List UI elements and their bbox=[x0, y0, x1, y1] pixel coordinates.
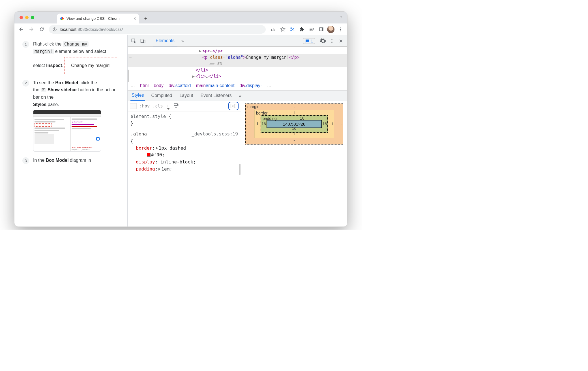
share-icon bbox=[271, 27, 276, 32]
tab-styles[interactable]: Styles bbox=[130, 90, 145, 101]
browser-toolbar: localhost:8080/docs/devtools/css/ bbox=[14, 23, 347, 35]
favicon-icon bbox=[60, 16, 64, 21]
close-window-button[interactable] bbox=[20, 16, 23, 19]
style-rule[interactable]: .aloha _devtools.scss:19 { border:1px da… bbox=[128, 129, 241, 174]
toolbar-actions bbox=[269, 25, 345, 34]
box-model-border[interactable]: border 1 1 1 1 padding 16 16 16 16 bbox=[254, 110, 334, 138]
tab-elements[interactable]: Elements bbox=[153, 35, 177, 46]
breadcrumb-item[interactable]: html bbox=[140, 83, 149, 88]
step-1: 1 Right-click the Change my margin! elem… bbox=[22, 40, 122, 74]
box-model-margin[interactable]: margin - - - - border 1 1 1 1 padding bbox=[245, 103, 343, 144]
new-style-rule-button[interactable]: + bbox=[166, 103, 169, 109]
reload-button[interactable] bbox=[37, 25, 46, 34]
svg-point-18 bbox=[332, 42, 332, 43]
selected-dom-node[interactable]: ⋯ <p class="aloha">Change my margin!</p>… bbox=[128, 54, 347, 67]
tab-strip: View and change CSS - Chrom × ＋ bbox=[14, 12, 347, 23]
vertical-dots-icon bbox=[329, 38, 334, 44]
svg-rect-20 bbox=[175, 107, 176, 108]
cut-button[interactable] bbox=[288, 25, 297, 34]
devtools-panel: Elements » 1 ▶<p>…</p> ⋯ <p class="aloha… bbox=[128, 35, 347, 227]
breadcrumb-item[interactable]: main#main-content bbox=[196, 83, 235, 88]
svg-rect-12 bbox=[44, 89, 45, 91]
tab-computed[interactable]: Computed bbox=[150, 90, 173, 101]
media-button[interactable] bbox=[307, 25, 316, 34]
device-icon bbox=[140, 38, 146, 44]
style-rule[interactable]: element.style { } bbox=[128, 111, 241, 129]
dom-tree[interactable]: ▶<p>…</p> ⋯ <p class="aloha">Change my m… bbox=[128, 47, 347, 81]
browser-tab[interactable]: View and change CSS - Chrom × bbox=[57, 14, 139, 23]
styles-rules-pane: :hov .cls + element.style { } bbox=[128, 101, 241, 227]
svg-point-10 bbox=[340, 30, 341, 31]
new-tab-button[interactable]: ＋ bbox=[142, 14, 150, 22]
back-button[interactable] bbox=[17, 25, 26, 34]
forward-button[interactable] bbox=[27, 25, 36, 34]
content-area: 1 Right-click the Change my margin! elem… bbox=[14, 35, 347, 227]
inspect-icon bbox=[131, 38, 137, 44]
music-note-icon bbox=[309, 27, 314, 32]
show-sidebar-icon bbox=[42, 88, 46, 91]
minimize-window-button[interactable] bbox=[25, 16, 29, 19]
close-icon bbox=[339, 39, 343, 43]
rendering-button[interactable] bbox=[173, 103, 179, 109]
profile-button[interactable] bbox=[326, 25, 335, 34]
breadcrumb-item[interactable]: div.scaffold bbox=[169, 83, 191, 88]
bookmark-button[interactable] bbox=[278, 25, 287, 34]
maximize-window-button[interactable] bbox=[31, 16, 34, 19]
color-swatch[interactable] bbox=[147, 153, 151, 157]
inspect-element-button[interactable] bbox=[130, 37, 138, 45]
message-icon bbox=[305, 39, 310, 43]
step-text: To see the Box Model, click the the Show… bbox=[33, 79, 122, 152]
breadcrumb-item[interactable]: div.display- bbox=[240, 83, 262, 88]
url-text: localhost:8080/docs/devtools/css/ bbox=[60, 27, 123, 32]
menu-button[interactable] bbox=[336, 25, 345, 34]
window-controls bbox=[17, 16, 34, 19]
paint-icon bbox=[173, 103, 179, 109]
issues-button[interactable]: 1 bbox=[303, 38, 315, 44]
sidepanel-button[interactable] bbox=[317, 25, 326, 34]
settings-button[interactable] bbox=[319, 37, 327, 45]
step-number: 1 bbox=[22, 41, 29, 48]
more-menu-button[interactable] bbox=[328, 37, 336, 45]
device-toolbar-button[interactable] bbox=[139, 37, 147, 45]
styles-tabbar: Styles Computed Layout Event Listeners » bbox=[128, 90, 347, 101]
breadcrumb-item[interactable]: body bbox=[154, 83, 164, 88]
close-tab-button[interactable]: × bbox=[134, 16, 136, 21]
styles-body: :hov .cls + element.style { } bbox=[128, 101, 347, 227]
tab-more-styles[interactable]: » bbox=[238, 90, 243, 101]
svg-point-17 bbox=[332, 40, 332, 41]
avatar-icon bbox=[327, 26, 334, 33]
step-text: Right-click the Change my margin! elemen… bbox=[33, 40, 117, 74]
svg-rect-11 bbox=[42, 89, 45, 91]
filter-input[interactable] bbox=[130, 103, 137, 109]
star-icon bbox=[280, 27, 286, 32]
close-devtools-button[interactable] bbox=[337, 37, 345, 45]
step-number: 3 bbox=[22, 157, 29, 164]
rule-source-link[interactable]: _devtools.scss:19 bbox=[192, 131, 238, 138]
box-model-padding[interactable]: padding 16 16 16 16 140.531×28 bbox=[261, 115, 328, 133]
tab-more[interactable]: » bbox=[179, 35, 187, 46]
hov-button[interactable]: :hov bbox=[140, 103, 150, 109]
svg-point-16 bbox=[332, 39, 332, 40]
step-text: In the Box Model diagram in bbox=[33, 157, 91, 164]
share-button[interactable] bbox=[269, 25, 278, 34]
element-breadcrumb[interactable]: … html body div.scaffold main#main-conte… bbox=[128, 81, 347, 90]
svg-rect-7 bbox=[321, 28, 323, 31]
cls-button[interactable]: .cls bbox=[153, 103, 163, 109]
tab-search-button[interactable] bbox=[339, 15, 343, 20]
tab-layout[interactable]: Layout bbox=[178, 90, 194, 101]
browser-window: View and change CSS - Chrom × ＋ localhos… bbox=[14, 11, 347, 227]
example-element[interactable]: Change my margin! bbox=[65, 57, 117, 74]
gear-icon bbox=[320, 38, 326, 44]
svg-rect-19 bbox=[174, 103, 177, 105]
scrollbar[interactable] bbox=[239, 164, 241, 175]
extensions-button[interactable] bbox=[297, 25, 306, 34]
chevron-down-icon bbox=[339, 15, 343, 19]
address-bar[interactable]: localhost:8080/docs/devtools/css/ bbox=[49, 25, 266, 34]
show-sidebar-button[interactable] bbox=[228, 102, 239, 110]
tab-event-listeners[interactable]: Event Listeners bbox=[199, 90, 233, 101]
arrow-left-icon bbox=[18, 27, 24, 32]
code-chip: margin! bbox=[33, 49, 54, 54]
svg-point-8 bbox=[340, 27, 341, 28]
show-sidebar-icon bbox=[231, 104, 236, 108]
vertical-dots-icon bbox=[338, 27, 343, 32]
